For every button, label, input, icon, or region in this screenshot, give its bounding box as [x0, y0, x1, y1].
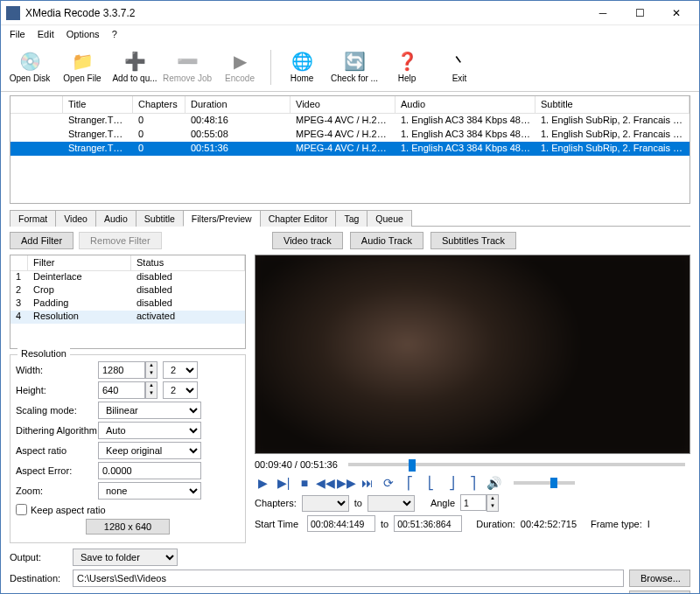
add-to-qu--icon: ➕ — [124, 51, 145, 72]
open-button[interactable]: Open... — [629, 591, 690, 594]
toolbar-open-disk[interactable]: 💿Open Disk — [4, 45, 55, 89]
toolbar-remove-job[interactable]: ➖Remove Job — [162, 45, 213, 89]
add-filter-button[interactable]: Add Filter — [10, 232, 74, 249]
maximize-button[interactable]: ☐ — [622, 4, 657, 22]
volume-slider[interactable] — [514, 481, 575, 485]
video-preview[interactable] — [255, 255, 690, 454]
mark-out-icon[interactable]: ⎤ — [465, 475, 480, 491]
audio-track-button[interactable]: Audio Track — [350, 232, 424, 249]
stop-icon[interactable]: ■ — [297, 475, 312, 491]
filter-row[interactable]: 4Resolutionactivated — [10, 311, 245, 324]
toolbar-check-for-[interactable]: 🔄Check for ... — [329, 45, 380, 89]
col-header[interactable]: Video — [290, 96, 396, 113]
file-row[interactable]: Stranger.Things...000:55:08MPEG-4 AVC / … — [10, 128, 690, 142]
aspect-error-input[interactable] — [98, 462, 201, 479]
angle-spinner[interactable]: ▲▼ — [460, 494, 499, 512]
col-header[interactable]: Audio — [396, 96, 536, 113]
menu-file[interactable]: File — [4, 27, 31, 41]
toolbar-home[interactable]: 🌐Home — [276, 45, 327, 89]
minimize-button[interactable]: ─ — [585, 4, 620, 22]
chapter-from-select[interactable] — [302, 495, 349, 512]
open-disk-icon: 💿 — [19, 51, 40, 72]
filter-row[interactable]: 1Deinterlacedisabled — [10, 271, 245, 284]
file-grid[interactable]: TitleChaptersDurationVideoAudioSubtitle … — [10, 95, 690, 204]
preview-pane: Video track Audio Track Subtitles Track … — [246, 227, 690, 543]
keep-aspect-checkbox[interactable] — [16, 504, 27, 515]
video-track-button[interactable]: Video track — [272, 232, 343, 249]
titlebar: XMedia Recode 3.3.7.2 ─ ☐ ✕ — [1, 1, 699, 25]
check-for--icon: 🔄 — [344, 51, 365, 72]
toolbar-encode[interactable]: ▶Encode — [214, 45, 265, 89]
menu-edit[interactable]: Edit — [32, 27, 60, 41]
col-header[interactable]: Chapters — [133, 96, 186, 113]
toolbar-add-to-qu-[interactable]: ➕Add to qu... — [109, 45, 160, 89]
remove-job-icon: ➖ — [177, 51, 198, 72]
app-icon — [6, 6, 20, 20]
zoom-select[interactable]: none — [98, 482, 201, 500]
filter-list[interactable]: Filter Status 1Deinterlacedisabled2Cropd… — [10, 255, 246, 349]
output-panel: Output: Save to folder Destination: Brow… — [10, 549, 690, 594]
col-header[interactable]: Title — [63, 96, 133, 113]
tabs: FormatVideoAudioSubtitleFilters/PreviewC… — [10, 209, 690, 227]
dimension-button[interactable]: 1280 x 640 — [86, 519, 170, 535]
file-row[interactable]: Stranger.Things...000:48:16MPEG-4 AVC / … — [10, 114, 690, 128]
scaling-select[interactable]: Bilinear — [98, 402, 201, 419]
output-mode-select[interactable]: Save to folder — [73, 549, 178, 566]
end-time-input[interactable] — [394, 515, 462, 532]
toolbar-help[interactable]: ❓Help — [382, 45, 432, 89]
destination-input[interactable] — [73, 570, 624, 587]
loop-icon[interactable]: ⟳ — [381, 475, 396, 491]
seek-slider[interactable] — [348, 463, 685, 466]
toolbar-open-file[interactable]: 📁Open File — [57, 45, 108, 89]
col-header[interactable] — [10, 96, 63, 113]
mark-in-icon[interactable]: ⎡ — [402, 475, 417, 491]
tab-queue[interactable]: Queue — [367, 210, 412, 227]
menubar: File Edit Options ? — [1, 25, 699, 43]
next-icon[interactable]: ▶| — [276, 475, 291, 491]
close-button[interactable]: ✕ — [659, 4, 694, 22]
resolution-group: Resolution Width: ▲▼ 2 Height: ▲▼ 2 Scal… — [10, 354, 246, 543]
remove-filter-button[interactable]: Remove Filter — [79, 232, 161, 249]
home-icon: 🌐 — [291, 51, 312, 72]
menu-help[interactable]: ? — [107, 27, 122, 41]
window-title: XMedia Recode 3.3.7.2 — [25, 7, 585, 19]
aspect-select[interactable]: Keep original — [98, 442, 201, 459]
tab-subtitle[interactable]: Subtitle — [136, 210, 184, 227]
width-spinner[interactable]: ▲▼ — [98, 361, 158, 379]
filters-pane: Add Filter Remove Filter Filter Status 1… — [10, 227, 246, 543]
playback-position: 00:09:40 / 00:51:36 — [255, 459, 338, 470]
filter-row[interactable]: 2Cropdisabled — [10, 284, 245, 297]
tab-tag[interactable]: Tag — [335, 210, 368, 227]
mark-b-icon[interactable]: ⎦ — [444, 475, 459, 491]
start-time-input[interactable] — [307, 515, 375, 532]
height-step[interactable]: 2 — [163, 381, 198, 399]
height-spinner[interactable]: ▲▼ — [98, 381, 158, 399]
toolbar-exit[interactable]: ⼂Exit — [434, 45, 485, 89]
open-file-icon: 📁 — [72, 51, 93, 72]
exit-icon: ⼂ — [449, 51, 470, 72]
file-row[interactable]: Stranger.Things...000:51:36MPEG-4 AVC / … — [10, 142, 690, 156]
mark-a-icon[interactable]: ⎣ — [423, 475, 438, 491]
step-icon[interactable]: ⏭ — [360, 475, 375, 491]
forward-icon[interactable]: ▶▶ — [339, 475, 354, 491]
dither-select[interactable]: Auto — [98, 422, 201, 439]
menu-options[interactable]: Options — [61, 27, 105, 41]
col-header[interactable]: Subtitle — [536, 96, 690, 113]
chapter-to-select[interactable] — [368, 495, 415, 512]
volume-icon[interactable]: 🔊 — [486, 475, 501, 491]
tab-chapter-editor[interactable]: Chapter Editor — [260, 210, 337, 227]
tab-audio[interactable]: Audio — [95, 210, 136, 227]
tab-filters-preview[interactable]: Filters/Preview — [183, 210, 261, 227]
filter-row[interactable]: 3Paddingdisabled — [10, 297, 245, 311]
subtitles-track-button[interactable]: Subtitles Track — [430, 232, 516, 249]
browse-button[interactable]: Browse... — [629, 570, 690, 587]
rewind-icon[interactable]: ◀◀ — [318, 475, 333, 491]
encode-icon: ▶ — [229, 51, 250, 72]
help-icon: ❓ — [396, 51, 417, 72]
toolbar: 💿Open Disk📁Open File➕Add to qu...➖Remove… — [1, 43, 699, 92]
tab-format[interactable]: Format — [10, 210, 56, 227]
width-step[interactable]: 2 — [163, 361, 198, 379]
play-icon[interactable]: ▶ — [255, 475, 270, 491]
tab-video[interactable]: Video — [55, 210, 96, 227]
col-header[interactable]: Duration — [186, 96, 290, 113]
